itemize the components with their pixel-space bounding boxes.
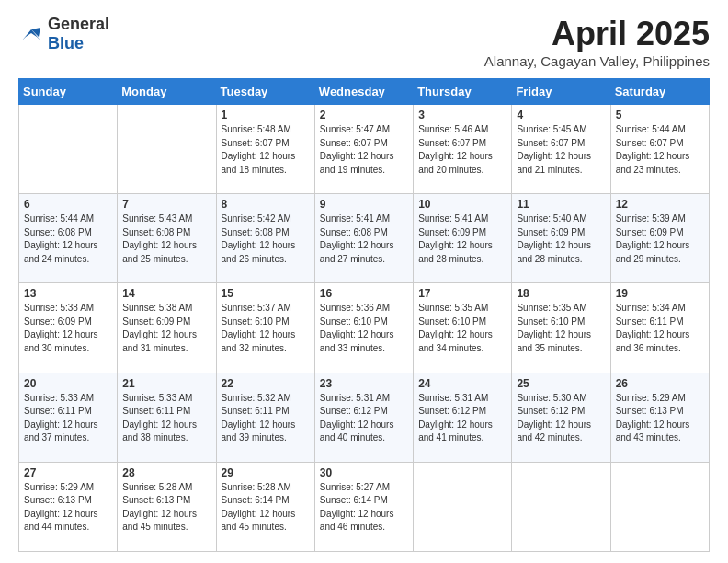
- day-number: 1: [222, 109, 310, 121]
- calendar-day-header: Sunday: [19, 79, 118, 105]
- day-number: 19: [616, 287, 704, 300]
- calendar-day-header: Friday: [512, 79, 610, 105]
- day-info: Sunrise: 5:44 AM Sunset: 6:08 PM Dayligh…: [24, 213, 112, 266]
- day-info: Sunrise: 5:35 AM Sunset: 6:10 PM Dayligh…: [517, 302, 605, 355]
- day-number: 13: [24, 287, 112, 300]
- day-info: Sunrise: 5:31 AM Sunset: 6:12 PM Dayligh…: [418, 392, 506, 445]
- day-number: 10: [418, 198, 506, 211]
- calendar-cell: 13Sunrise: 5:38 AM Sunset: 6:09 PM Dayli…: [19, 283, 118, 373]
- calendar-week-row: 27Sunrise: 5:29 AM Sunset: 6:13 PM Dayli…: [19, 462, 710, 551]
- day-number: 7: [122, 198, 210, 211]
- day-number: 3: [418, 109, 506, 121]
- calendar-cell: 4Sunrise: 5:45 AM Sunset: 6:07 PM Daylig…: [512, 105, 610, 194]
- calendar-cell: [19, 105, 118, 194]
- logo-bird-icon: [18, 24, 44, 44]
- calendar-cell: [414, 462, 512, 551]
- day-number: 23: [320, 377, 408, 390]
- day-number: 17: [418, 287, 506, 300]
- calendar-cell: 8Sunrise: 5:42 AM Sunset: 6:08 PM Daylig…: [216, 194, 314, 283]
- day-info: Sunrise: 5:41 AM Sunset: 6:08 PM Dayligh…: [320, 213, 408, 266]
- day-number: 18: [517, 287, 605, 300]
- day-info: Sunrise: 5:33 AM Sunset: 6:11 PM Dayligh…: [122, 392, 210, 445]
- logo-general: General: [48, 15, 109, 33]
- day-info: Sunrise: 5:44 AM Sunset: 6:07 PM Dayligh…: [616, 123, 704, 177]
- day-info: Sunrise: 5:31 AM Sunset: 6:12 PM Dayligh…: [320, 392, 408, 445]
- day-number: 5: [616, 109, 704, 121]
- main-title: April 2025: [484, 15, 710, 53]
- day-info: Sunrise: 5:32 AM Sunset: 6:11 PM Dayligh…: [222, 392, 310, 445]
- day-number: 27: [24, 466, 112, 479]
- day-number: 2: [320, 109, 408, 121]
- day-info: Sunrise: 5:38 AM Sunset: 6:09 PM Dayligh…: [122, 302, 210, 355]
- day-number: 16: [320, 287, 408, 300]
- day-info: Sunrise: 5:46 AM Sunset: 6:07 PM Dayligh…: [418, 123, 506, 177]
- day-info: Sunrise: 5:29 AM Sunset: 6:13 PM Dayligh…: [24, 481, 112, 534]
- calendar-cell: 28Sunrise: 5:28 AM Sunset: 6:13 PM Dayli…: [118, 462, 216, 551]
- calendar-cell: 6Sunrise: 5:44 AM Sunset: 6:08 PM Daylig…: [19, 194, 118, 283]
- day-number: 26: [616, 377, 704, 390]
- day-info: Sunrise: 5:41 AM Sunset: 6:09 PM Dayligh…: [418, 213, 506, 266]
- day-number: 25: [517, 377, 605, 390]
- day-info: Sunrise: 5:48 AM Sunset: 6:07 PM Dayligh…: [222, 123, 310, 177]
- day-info: Sunrise: 5:37 AM Sunset: 6:10 PM Dayligh…: [222, 302, 310, 355]
- calendar-cell: 1Sunrise: 5:48 AM Sunset: 6:07 PM Daylig…: [216, 105, 314, 194]
- calendar-cell: 19Sunrise: 5:34 AM Sunset: 6:11 PM Dayli…: [610, 283, 709, 373]
- calendar-cell: [118, 105, 216, 194]
- day-number: 8: [222, 198, 310, 211]
- day-info: Sunrise: 5:36 AM Sunset: 6:10 PM Dayligh…: [320, 302, 408, 355]
- day-info: Sunrise: 5:29 AM Sunset: 6:13 PM Dayligh…: [616, 392, 704, 445]
- logo-blue: Blue: [48, 34, 84, 52]
- calendar-cell: 26Sunrise: 5:29 AM Sunset: 6:13 PM Dayli…: [610, 373, 709, 462]
- title-section: April 2025 Alannay, Cagayan Valley, Phil…: [484, 15, 710, 69]
- day-info: Sunrise: 5:35 AM Sunset: 6:10 PM Dayligh…: [418, 302, 506, 355]
- day-info: Sunrise: 5:38 AM Sunset: 6:09 PM Dayligh…: [24, 302, 112, 355]
- calendar-cell: 25Sunrise: 5:30 AM Sunset: 6:12 PM Dayli…: [512, 373, 610, 462]
- calendar-cell: 7Sunrise: 5:43 AM Sunset: 6:08 PM Daylig…: [118, 194, 216, 283]
- header: General Blue April 2025 Alannay, Cagayan…: [18, 15, 710, 69]
- day-number: 12: [616, 198, 704, 211]
- calendar-cell: [512, 462, 610, 551]
- day-info: Sunrise: 5:28 AM Sunset: 6:14 PM Dayligh…: [222, 481, 310, 534]
- calendar-week-row: 13Sunrise: 5:38 AM Sunset: 6:09 PM Dayli…: [19, 283, 710, 373]
- calendar-cell: 22Sunrise: 5:32 AM Sunset: 6:11 PM Dayli…: [216, 373, 314, 462]
- calendar-cell: 9Sunrise: 5:41 AM Sunset: 6:08 PM Daylig…: [314, 194, 413, 283]
- calendar-cell: 14Sunrise: 5:38 AM Sunset: 6:09 PM Dayli…: [118, 283, 216, 373]
- day-info: Sunrise: 5:34 AM Sunset: 6:11 PM Dayligh…: [616, 302, 704, 355]
- day-number: 28: [122, 466, 210, 479]
- calendar-cell: 2Sunrise: 5:47 AM Sunset: 6:07 PM Daylig…: [314, 105, 413, 194]
- day-number: 22: [222, 377, 310, 390]
- calendar-cell: 20Sunrise: 5:33 AM Sunset: 6:11 PM Dayli…: [19, 373, 118, 462]
- day-info: Sunrise: 5:40 AM Sunset: 6:09 PM Dayligh…: [517, 213, 605, 266]
- day-info: Sunrise: 5:30 AM Sunset: 6:12 PM Dayligh…: [517, 392, 605, 445]
- calendar-cell: 5Sunrise: 5:44 AM Sunset: 6:07 PM Daylig…: [610, 105, 709, 194]
- calendar-day-header: Wednesday: [314, 79, 413, 105]
- calendar-week-row: 6Sunrise: 5:44 AM Sunset: 6:08 PM Daylig…: [19, 194, 710, 283]
- day-info: Sunrise: 5:39 AM Sunset: 6:09 PM Dayligh…: [616, 213, 704, 266]
- calendar-cell: 12Sunrise: 5:39 AM Sunset: 6:09 PM Dayli…: [610, 194, 709, 283]
- calendar-cell: 15Sunrise: 5:37 AM Sunset: 6:10 PM Dayli…: [216, 283, 314, 373]
- calendar-day-header: Monday: [118, 79, 216, 105]
- day-info: Sunrise: 5:33 AM Sunset: 6:11 PM Dayligh…: [24, 392, 112, 445]
- day-info: Sunrise: 5:28 AM Sunset: 6:13 PM Dayligh…: [122, 481, 210, 534]
- calendar-day-header: Thursday: [414, 79, 512, 105]
- calendar-header-row: SundayMondayTuesdayWednesdayThursdayFrid…: [19, 79, 710, 105]
- day-number: 11: [517, 198, 605, 211]
- calendar-week-row: 1Sunrise: 5:48 AM Sunset: 6:07 PM Daylig…: [19, 105, 710, 194]
- calendar-cell: 17Sunrise: 5:35 AM Sunset: 6:10 PM Dayli…: [414, 283, 512, 373]
- day-number: 21: [122, 377, 210, 390]
- calendar-cell: [610, 462, 709, 551]
- day-info: Sunrise: 5:43 AM Sunset: 6:08 PM Dayligh…: [122, 213, 210, 266]
- day-number: 9: [320, 198, 408, 211]
- day-number: 29: [222, 466, 310, 479]
- calendar-week-row: 20Sunrise: 5:33 AM Sunset: 6:11 PM Dayli…: [19, 373, 710, 462]
- calendar-cell: 10Sunrise: 5:41 AM Sunset: 6:09 PM Dayli…: [414, 194, 512, 283]
- day-number: 15: [222, 287, 310, 300]
- calendar-cell: 16Sunrise: 5:36 AM Sunset: 6:10 PM Dayli…: [314, 283, 413, 373]
- day-info: Sunrise: 5:27 AM Sunset: 6:14 PM Dayligh…: [320, 481, 408, 534]
- calendar-day-header: Saturday: [610, 79, 709, 105]
- calendar-cell: 18Sunrise: 5:35 AM Sunset: 6:10 PM Dayli…: [512, 283, 610, 373]
- day-info: Sunrise: 5:47 AM Sunset: 6:07 PM Dayligh…: [320, 123, 408, 177]
- day-number: 14: [122, 287, 210, 300]
- day-number: 20: [24, 377, 112, 390]
- calendar-cell: 29Sunrise: 5:28 AM Sunset: 6:14 PM Dayli…: [216, 462, 314, 551]
